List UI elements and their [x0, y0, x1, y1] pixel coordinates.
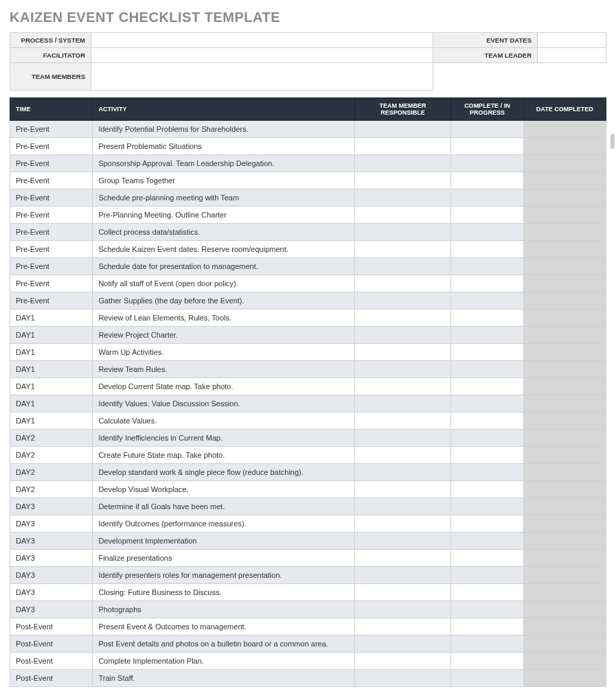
- cell-date[interactable]: [523, 635, 606, 653]
- cell-time[interactable]: DAY3: [10, 515, 93, 533]
- cell-time[interactable]: DAY1: [10, 378, 93, 395]
- cell-responsible[interactable]: [354, 378, 450, 395]
- cell-responsible[interactable]: [354, 601, 450, 618]
- cell-status[interactable]: [451, 258, 523, 275]
- cell-responsible[interactable]: [354, 344, 450, 361]
- cell-responsible[interactable]: [354, 515, 450, 533]
- cell-status[interactable]: [451, 327, 523, 344]
- cell-date[interactable]: [523, 258, 606, 275]
- cell-status[interactable]: [451, 138, 523, 155]
- cell-status[interactable]: [451, 189, 523, 207]
- cell-status[interactable]: [451, 395, 523, 412]
- cell-status[interactable]: [451, 121, 523, 138]
- cell-date[interactable]: [523, 430, 606, 447]
- cell-date[interactable]: [523, 172, 606, 189]
- cell-responsible[interactable]: [354, 584, 450, 601]
- cell-status[interactable]: [451, 618, 523, 635]
- cell-status[interactable]: [451, 412, 523, 430]
- cell-date[interactable]: [523, 412, 606, 430]
- cell-activity[interactable]: Identify Potential Problems for Sharehol…: [93, 121, 354, 138]
- cell-activity[interactable]: Present Event & Outcomes to management.: [93, 618, 354, 635]
- cell-activity[interactable]: Collect process data/statistics.: [93, 224, 354, 241]
- cell-responsible[interactable]: [354, 670, 450, 687]
- cell-responsible[interactable]: [354, 550, 450, 567]
- cell-activity[interactable]: Group Teams Together: [93, 172, 354, 189]
- cell-activity[interactable]: Identify presenters roles for management…: [93, 567, 354, 584]
- cell-status[interactable]: [451, 172, 523, 189]
- cell-activity[interactable]: Development Implementation: [93, 533, 354, 550]
- cell-status[interactable]: [451, 515, 523, 533]
- cell-time[interactable]: DAY1: [10, 395, 93, 412]
- cell-time[interactable]: Pre-Event: [10, 241, 93, 258]
- cell-responsible[interactable]: [354, 138, 450, 155]
- cell-time[interactable]: Pre-Event: [10, 275, 93, 292]
- cell-responsible[interactable]: [354, 310, 450, 327]
- cell-responsible[interactable]: [354, 618, 450, 635]
- cell-time[interactable]: Post-Event: [10, 670, 93, 687]
- cell-activity[interactable]: Post Event details and photos on a bulle…: [93, 635, 354, 653]
- cell-activity[interactable]: Sponsorship Approval. Team Leadership De…: [93, 155, 354, 172]
- cell-status[interactable]: [451, 584, 523, 601]
- cell-responsible[interactable]: [354, 121, 450, 138]
- cell-responsible[interactable]: [354, 258, 450, 275]
- cell-status[interactable]: [451, 207, 523, 224]
- cell-responsible[interactable]: [354, 327, 450, 344]
- cell-activity[interactable]: Review Team Rules.: [93, 361, 354, 378]
- cell-activity[interactable]: Photographs: [93, 601, 354, 618]
- cell-time[interactable]: Post-Event: [10, 635, 93, 653]
- cell-status[interactable]: [451, 378, 523, 395]
- cell-date[interactable]: [523, 464, 606, 481]
- value-process-system[interactable]: [91, 33, 433, 48]
- cell-activity[interactable]: Develop Current State map. Take photo.: [93, 378, 354, 395]
- cell-time[interactable]: DAY3: [10, 601, 93, 618]
- cell-status[interactable]: [451, 344, 523, 361]
- cell-activity[interactable]: Determine if all Goals have been met.: [93, 498, 354, 515]
- cell-date[interactable]: [523, 533, 606, 550]
- cell-date[interactable]: [523, 121, 606, 138]
- cell-status[interactable]: [451, 670, 523, 687]
- cell-status[interactable]: [451, 498, 523, 515]
- cell-date[interactable]: [523, 207, 606, 224]
- cell-time[interactable]: DAY3: [10, 584, 93, 601]
- cell-responsible[interactable]: [354, 189, 450, 207]
- cell-status[interactable]: [451, 155, 523, 172]
- scrollbar-thumb[interactable]: [611, 134, 615, 149]
- cell-date[interactable]: [523, 550, 606, 567]
- cell-time[interactable]: DAY2: [10, 430, 93, 447]
- cell-time[interactable]: Pre-Event: [10, 224, 93, 241]
- cell-time[interactable]: DAY3: [10, 533, 93, 550]
- cell-date[interactable]: [523, 447, 606, 464]
- cell-responsible[interactable]: [354, 464, 450, 481]
- cell-activity[interactable]: Calculate Values.: [93, 412, 354, 430]
- cell-time[interactable]: Pre-Event: [10, 258, 93, 275]
- value-event-dates[interactable]: [538, 33, 606, 48]
- cell-time[interactable]: DAY1: [10, 327, 93, 344]
- value-team-members[interactable]: [91, 63, 433, 91]
- cell-time[interactable]: Pre-Event: [10, 138, 93, 155]
- cell-status[interactable]: [451, 447, 523, 464]
- cell-status[interactable]: [451, 292, 523, 310]
- cell-time[interactable]: DAY1: [10, 412, 93, 430]
- cell-responsible[interactable]: [354, 533, 450, 550]
- cell-time[interactable]: Pre-Event: [10, 121, 93, 138]
- cell-date[interactable]: [523, 189, 606, 207]
- cell-date[interactable]: [523, 670, 606, 687]
- cell-date[interactable]: [523, 601, 606, 618]
- cell-status[interactable]: [451, 653, 523, 670]
- cell-time[interactable]: DAY2: [10, 481, 93, 498]
- cell-date[interactable]: [523, 275, 606, 292]
- cell-status[interactable]: [451, 224, 523, 241]
- cell-activity[interactable]: Closing: Future Business to Discuss.: [93, 584, 354, 601]
- cell-time[interactable]: Pre-Event: [10, 155, 93, 172]
- cell-status[interactable]: [451, 567, 523, 584]
- cell-activity[interactable]: Complete Implementation Plan.: [93, 653, 354, 670]
- cell-time[interactable]: DAY2: [10, 447, 93, 464]
- cell-date[interactable]: [523, 653, 606, 670]
- value-facilitator[interactable]: [91, 48, 433, 63]
- cell-activity[interactable]: Review Project Charter.: [93, 327, 354, 344]
- cell-date[interactable]: [523, 515, 606, 533]
- cell-date[interactable]: [523, 327, 606, 344]
- cell-date[interactable]: [523, 241, 606, 258]
- cell-date[interactable]: [523, 224, 606, 241]
- cell-activity[interactable]: Finalize presentations: [93, 550, 354, 567]
